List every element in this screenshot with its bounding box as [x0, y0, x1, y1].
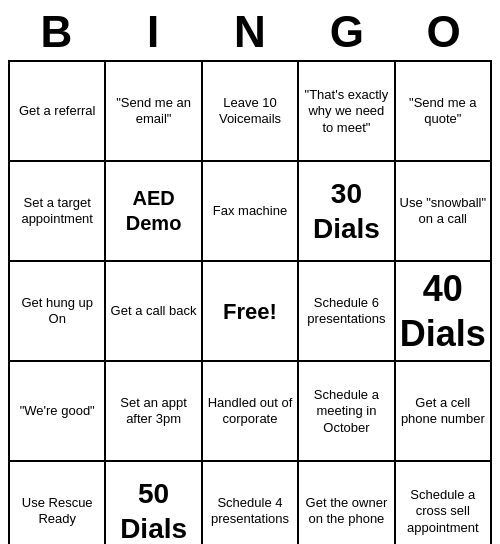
- bingo-cell-17: Handled out of corporate: [203, 362, 299, 462]
- cell-text-9: Use "snowball" on a call: [399, 195, 487, 228]
- bingo-cell-5: Set a target appointment: [10, 162, 106, 262]
- cell-text-3: "That's exactly why we need to meet": [302, 87, 390, 136]
- cell-text-12: Free!: [223, 298, 277, 326]
- bingo-cell-21: 50 Dials: [106, 462, 202, 544]
- cell-text-13: Schedule 6 presentations: [302, 295, 390, 328]
- bingo-cell-19: Get a cell phone number: [396, 362, 492, 462]
- cell-text-16: Set an appt after 3pm: [109, 395, 197, 428]
- cell-text-11: Get a call back: [111, 303, 197, 319]
- cell-text-18: Schedule a meeting in October: [302, 387, 390, 436]
- bingo-cell-16: Set an appt after 3pm: [106, 362, 202, 462]
- bingo-cell-3: "That's exactly why we need to meet": [299, 62, 395, 162]
- letter-n: N: [206, 8, 294, 56]
- bingo-grid: Get a referral"Send me an email"Leave 10…: [8, 60, 492, 544]
- cell-text-23: Get the owner on the phone: [302, 495, 390, 528]
- cell-text-2: Leave 10 Voicemails: [206, 95, 294, 128]
- bingo-cell-6: AED Demo: [106, 162, 202, 262]
- bingo-cell-22: Schedule 4 presentations: [203, 462, 299, 544]
- bingo-cell-4: "Send me a quote": [396, 62, 492, 162]
- cell-text-8: 30 Dials: [302, 176, 390, 246]
- cell-text-1: "Send me an email": [109, 95, 197, 128]
- cell-text-20: Use Rescue Ready: [13, 495, 101, 528]
- cell-text-6: AED Demo: [109, 186, 197, 236]
- letter-b: B: [12, 8, 100, 56]
- bingo-cell-8: 30 Dials: [299, 162, 395, 262]
- bingo-cell-11: Get a call back: [106, 262, 202, 362]
- cell-text-21: 50 Dials: [109, 476, 197, 544]
- bingo-cell-13: Schedule 6 presentations: [299, 262, 395, 362]
- bingo-cell-10: Get hung up On: [10, 262, 106, 362]
- bingo-cell-20: Use Rescue Ready: [10, 462, 106, 544]
- cell-text-22: Schedule 4 presentations: [206, 495, 294, 528]
- letter-i: I: [109, 8, 197, 56]
- cell-text-0: Get a referral: [19, 103, 96, 119]
- bingo-cell-12: Free!: [203, 262, 299, 362]
- bingo-cell-2: Leave 10 Voicemails: [203, 62, 299, 162]
- bingo-header: B I N G O: [8, 8, 492, 56]
- bingo-cell-15: "We're good": [10, 362, 106, 462]
- cell-text-7: Fax machine: [213, 203, 287, 219]
- bingo-cell-23: Get the owner on the phone: [299, 462, 395, 544]
- cell-text-4: "Send me a quote": [399, 95, 487, 128]
- cell-text-19: Get a cell phone number: [399, 395, 487, 428]
- cell-text-15: "We're good": [20, 403, 95, 419]
- cell-text-5: Set a target appointment: [13, 195, 101, 228]
- cell-text-17: Handled out of corporate: [206, 395, 294, 428]
- letter-o: O: [400, 8, 488, 56]
- bingo-cell-18: Schedule a meeting in October: [299, 362, 395, 462]
- bingo-cell-0: Get a referral: [10, 62, 106, 162]
- bingo-cell-24: Schedule a cross sell appointment: [396, 462, 492, 544]
- letter-g: G: [303, 8, 391, 56]
- cell-text-24: Schedule a cross sell appointment: [399, 487, 487, 536]
- bingo-cell-9: Use "snowball" on a call: [396, 162, 492, 262]
- cell-text-14: 40 Dials: [399, 266, 487, 356]
- cell-text-10: Get hung up On: [13, 295, 101, 328]
- bingo-cell-1: "Send me an email": [106, 62, 202, 162]
- bingo-cell-7: Fax machine: [203, 162, 299, 262]
- bingo-cell-14: 40 Dials: [396, 262, 492, 362]
